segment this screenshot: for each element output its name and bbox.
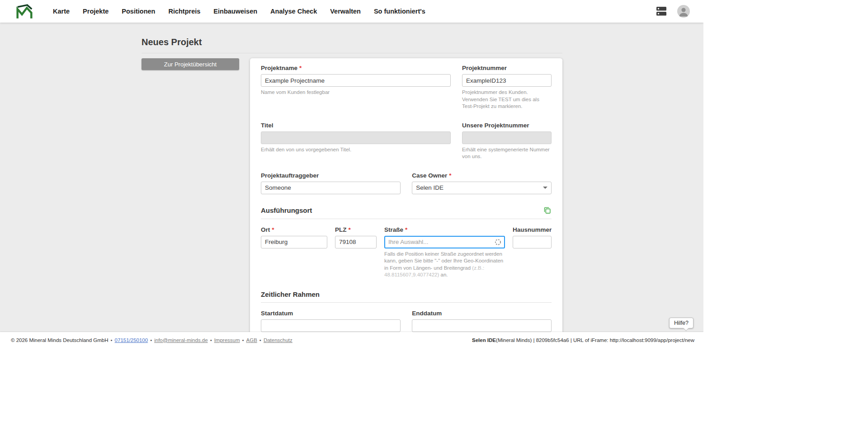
field-projektauftraggeber: Projektauftraggeber [261,172,401,194]
footer-separator: • [242,337,244,343]
projektname-input[interactable] [261,74,451,87]
nav-einbauweisen[interactable]: Einbauweisen [213,8,257,15]
logo-icon [16,4,33,19]
enddatum-label: Enddatum [412,310,552,317]
footer-session-info: Selen IDE (Mineral Minds) | 8209b5fc54a6… [472,337,694,343]
field-case-owner: Case Owner* Selen IDE [412,172,552,194]
projektname-hint: Name vom Kunden festlegbar [261,89,451,96]
nav-verwalten[interactable]: Verwalten [330,8,361,15]
footer-email-link[interactable]: info@mineral-minds.de [154,337,208,343]
strasse-hint: Falls die Position keiner Straße zugeord… [384,251,505,279]
copy-icon[interactable] [543,206,552,215]
field-unsere-projektnummer: Unsere Projektnummer Erhält eine systemg… [462,122,552,160]
required-asterisk: * [405,226,407,233]
field-strasse: Straße* Falls die Position keiner Straße… [384,226,505,279]
chevron-down-icon [543,187,547,189]
required-asterisk: * [299,65,302,71]
titel-input [261,131,451,144]
case-owner-selected-value: Selen IDE [416,184,443,191]
main-content: Neues Projekt Zur Projektübersicht Proje… [142,23,562,348]
strasse-hint-end: an. [439,272,448,277]
footer-separator: • [210,337,212,343]
left-column: Zur Projektübersicht [142,58,239,70]
copyright-text: © 2026 Mineral Minds Deutschland GmbH [11,337,108,343]
back-to-project-overview-button[interactable]: Zur Projektübersicht [142,58,239,70]
help-button-label: Hilfe? [674,320,689,326]
ausfuehrungsort-heading: Ausführungsort [261,206,312,214]
enddatum-input[interactable] [412,319,552,332]
field-plz: PLZ* [335,226,377,248]
projektauftraggeber-input[interactable] [261,182,401,194]
plz-input[interactable] [335,236,377,248]
projektnummer-hint: Projektnummer des Kunden. Verwenden Sie … [462,89,552,110]
strasse-label-text: Straße [384,226,403,233]
hausnummer-label: Hausnummer [513,226,552,233]
startdatum-label: Startdatum [261,310,401,317]
ort-label: Ort* [261,226,327,233]
footer: © 2026 Mineral Minds Deutschland GmbH • … [0,332,703,348]
session-details: (Mineral Minds) | 8209b5fc54a6 | URL of … [496,337,694,343]
footer-datenschutz-link[interactable]: Datenschutz [264,337,292,343]
app-frame: Karte Projekte Positionen Richtpreis Ein… [0,0,703,348]
strasse-hint-main: Falls die Position keiner Straße zugeord… [384,251,503,271]
unsere-projektnummer-hint: Erhält eine systemgenerierte Nummer von … [462,146,552,160]
startdatum-input[interactable] [261,319,401,332]
right-column: Projektname* Name vom Kunden festlegbar … [250,58,562,348]
footer-left: © 2026 Mineral Minds Deutschland GmbH • … [11,337,292,343]
projektauftraggeber-label: Projektauftraggeber [261,172,401,179]
titel-label: Titel [261,122,451,129]
footer-separator: • [111,337,113,343]
field-enddatum: Enddatum [412,310,552,332]
case-owner-select[interactable]: Selen IDE [412,182,552,194]
zeitlicher-rahmen-heading: Zeitlicher Rahmen [261,290,320,298]
section-ausfuehrungsort: Ausführungsort [261,206,552,219]
projektnummer-input[interactable] [462,74,552,87]
nav-so-funktionierts[interactable]: So funktioniert's [374,8,425,15]
field-hausnummer: Hausnummer [513,226,552,248]
nav-positionen[interactable]: Positionen [122,8,155,15]
field-titel: Titel Erhält den von uns vorgegebenen Ti… [261,122,451,154]
hausnummer-input[interactable] [513,236,552,248]
server-icon[interactable] [656,6,667,16]
field-ort: Ort* [261,226,327,248]
unsere-projektnummer-label: Unsere Projektnummer [462,122,552,129]
footer-impressum-link[interactable]: Impressum [214,337,240,343]
titel-hint: Erhält den von uns vorgegebenen Titel. [261,146,451,154]
required-asterisk: * [272,226,274,233]
nav-richtpreis[interactable]: Richtpreis [168,8,200,15]
required-asterisk: * [349,226,351,233]
nav-karte[interactable]: Karte [53,8,70,15]
plz-label: PLZ* [335,226,377,233]
nav-analyse-check[interactable]: Analyse Check [270,8,317,15]
projektname-label-text: Projektname [261,65,297,71]
footer-separator: • [150,337,152,343]
footer-phone-link[interactable]: 07151/250100 [115,337,148,343]
plz-label-text: PLZ [335,226,347,233]
unsere-projektnummer-input [462,131,552,144]
projektnummer-label: Projektnummer [462,65,552,71]
required-asterisk: * [449,172,451,179]
case-owner-label: Case Owner* [412,172,552,179]
field-projektnummer: Projektnummer Projektnummer des Kunden. … [462,65,552,110]
help-button[interactable]: Hilfe? [669,318,693,328]
avatar[interactable] [677,5,690,18]
navbar-right [656,5,703,18]
footer-agb-link[interactable]: AGB [246,337,257,343]
strasse-label: Straße* [384,226,505,233]
ort-input[interactable] [261,236,327,248]
section-zeitlicher-rahmen: Zeitlicher Rahmen [261,290,552,303]
field-projektname: Projektname* Name vom Kunden festlegbar [261,65,451,96]
title-divider [142,53,562,53]
loading-spinner-icon [495,239,501,245]
nav-projekte[interactable]: Projekte [83,8,108,15]
session-user: Selen IDE [472,337,496,343]
case-owner-label-text: Case Owner [412,172,447,179]
ort-label-text: Ort [261,226,270,233]
mineral-minds-logo[interactable] [16,4,33,19]
strasse-input[interactable] [384,236,505,248]
new-project-form-card: Projektname* Name vom Kunden festlegbar … [250,58,562,343]
main-nav: Karte Projekte Positionen Richtpreis Ein… [53,8,425,15]
field-startdatum: Startdatum [261,310,401,332]
footer-separator: • [259,337,261,343]
projektname-label: Projektname* [261,65,451,71]
